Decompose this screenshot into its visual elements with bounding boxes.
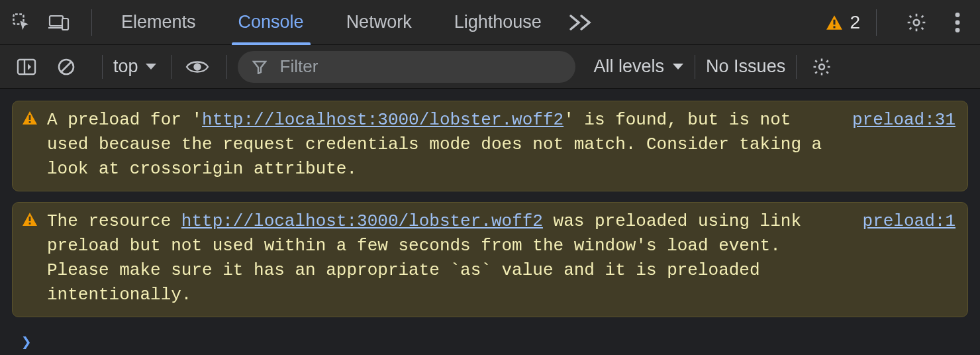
- divider: [172, 55, 172, 79]
- settings-gear-icon[interactable]: [903, 9, 930, 36]
- divider: [91, 9, 92, 36]
- warning-message: A preload for 'http://localhost:3000/lob…: [47, 108, 830, 181]
- toggle-sidebar-icon[interactable]: [12, 52, 41, 81]
- svg-point-14: [194, 64, 200, 70]
- issues-label: No Issues: [706, 56, 785, 76]
- source-link[interactable]: preload:31: [852, 108, 956, 132]
- warnings-count-value: 2: [850, 12, 860, 33]
- svg-rect-17: [29, 121, 31, 123]
- console-messages: A preload for 'http://localhost:3000/lob…: [0, 89, 980, 352]
- resource-link[interactable]: http://localhost:3000/lobster.woff2: [202, 110, 564, 130]
- prompt-chevron-icon: ❯: [21, 332, 32, 352]
- console-warning-row[interactable]: A preload for 'http://localhost:3000/lob…: [12, 101, 968, 191]
- svg-rect-18: [29, 217, 31, 221]
- svg-point-6: [914, 19, 920, 25]
- console-warning-row[interactable]: The resource http://localhost:3000/lobst…: [12, 202, 968, 317]
- issues-indicator[interactable]: No Issues: [706, 56, 785, 77]
- inspect-element-icon[interactable]: [9, 10, 34, 35]
- divider: [102, 55, 103, 79]
- divider: [796, 55, 797, 79]
- log-levels-selector[interactable]: All levels: [594, 56, 685, 77]
- device-toolbar-icon[interactable]: [46, 10, 72, 35]
- svg-line-13: [61, 62, 72, 72]
- warning-icon: [22, 212, 38, 227]
- execution-context-selector[interactable]: top: [113, 56, 157, 77]
- svg-rect-3: [62, 19, 68, 30]
- svg-rect-1: [50, 16, 63, 26]
- svg-rect-10: [18, 60, 35, 74]
- filter-input[interactable]: [279, 56, 561, 77]
- live-expression-eye-icon[interactable]: [183, 52, 212, 81]
- warning-message: The resource http://localhost:3000/lobst…: [47, 209, 840, 307]
- warning-icon: [22, 111, 38, 125]
- context-label: top: [113, 56, 138, 77]
- levels-label: All levels: [594, 56, 665, 77]
- svg-point-8: [956, 20, 960, 25]
- tab-elements[interactable]: Elements: [100, 0, 217, 44]
- svg-rect-19: [29, 223, 31, 225]
- warnings-counter[interactable]: 2: [826, 12, 860, 33]
- console-prompt[interactable]: ❯: [12, 328, 968, 352]
- devtools-tabstrip: Elements Console Network Lighthouse 2: [0, 0, 980, 45]
- filter-box[interactable]: [238, 51, 575, 83]
- svg-rect-4: [834, 19, 836, 25]
- svg-point-9: [956, 28, 960, 32]
- svg-rect-16: [29, 115, 31, 120]
- console-toolbar: top All levels No Issues: [0, 45, 980, 89]
- divider: [876, 9, 877, 36]
- clear-console-icon[interactable]: [52, 52, 81, 81]
- svg-point-7: [956, 13, 960, 17]
- panel-tabs: Elements Console Network Lighthouse: [100, 0, 563, 44]
- divider: [226, 55, 227, 79]
- svg-point-15: [819, 64, 824, 70]
- resource-link[interactable]: http://localhost:3000/lobster.woff2: [181, 211, 543, 231]
- more-tabs-button[interactable]: [568, 13, 596, 32]
- tab-lighthouse[interactable]: Lighthouse: [433, 0, 563, 44]
- console-settings-gear-icon[interactable]: [807, 52, 836, 81]
- svg-rect-5: [834, 26, 836, 28]
- divider: [695, 55, 695, 79]
- tab-network[interactable]: Network: [325, 0, 433, 44]
- source-link[interactable]: preload:1: [863, 209, 956, 234]
- more-options-icon[interactable]: [944, 9, 971, 36]
- tab-console[interactable]: Console: [217, 0, 325, 44]
- funnel-icon: [252, 60, 267, 74]
